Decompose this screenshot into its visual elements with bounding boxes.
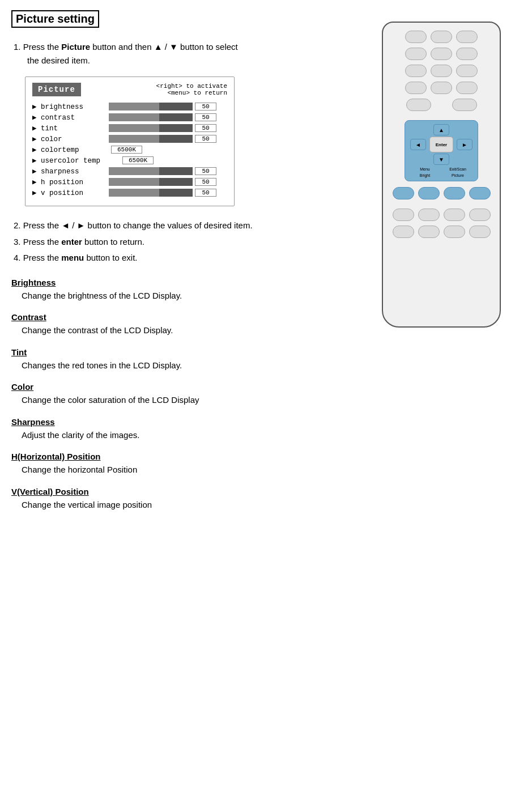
remote-btn-8[interactable]: [431, 65, 452, 77]
remote-btn-11[interactable]: [431, 82, 452, 94]
dpad-label-row: Menu Exit/Scan: [410, 167, 473, 171]
remote-btn-g5[interactable]: [393, 226, 414, 238]
remote-blue-btn-1[interactable]: [393, 187, 414, 199]
remote-btn-14[interactable]: [452, 99, 477, 111]
menu-row-tint: ▶ tint 50: [32, 124, 227, 133]
section-tint: Tint Changes the red tones in the LCD Di…: [11, 347, 351, 372]
left-content: Picture setting 1. Press the Picture but…: [11, 10, 362, 516]
exit-scan-label: Exit/Scan: [442, 167, 473, 171]
remote-row-5: [406, 99, 477, 111]
remote-control: ▲ ◄ Enter ► ▼ Menu Exit/Scan: [382, 22, 501, 328]
desc-sharpness: Adjust the clarity of the images.: [22, 429, 351, 442]
remote-btn-g7[interactable]: [444, 226, 465, 238]
remote-row-3: [405, 65, 478, 77]
menu-row-vposition: ▶ v position 50: [32, 188, 227, 197]
remote-btn-9[interactable]: [456, 65, 478, 77]
dpad-down-button[interactable]: ▼: [433, 154, 449, 165]
bright-picture-label-row: Bright Picture: [410, 173, 473, 177]
remote-btn-1[interactable]: [405, 31, 427, 43]
remote-row-grey-2: [393, 226, 491, 238]
remote-btn-2[interactable]: [431, 31, 452, 43]
heading-hposition: H(Horizontal) Position: [11, 452, 351, 461]
remote-row-blue-1: [393, 187, 491, 199]
remote-btn-7[interactable]: [405, 65, 427, 77]
menu-row-contrast: ▶ contrast 50: [32, 113, 227, 122]
menu-header: Picture <right> to activate <menu> to re…: [32, 83, 227, 96]
step2-text: 2. Press the ◄ / ► button to change the …: [14, 218, 351, 234]
remote-btn-4[interactable]: [405, 48, 427, 60]
dpad-down-row: ▼: [433, 154, 449, 165]
step3-text: 3. Press the enter button to return.: [14, 234, 351, 250]
remote-row-2: [405, 48, 478, 60]
menu-row-brightness: ▶ brightness 50: [32, 102, 227, 111]
heading-tint: Tint: [11, 347, 351, 357]
remote-btn-g3[interactable]: [444, 209, 465, 221]
remote-section: ▲ ◄ Enter ► ▼ Menu Exit/Scan: [362, 10, 521, 516]
picture-label: Picture: [442, 173, 473, 177]
remote-btn-g6[interactable]: [418, 226, 440, 238]
heading-contrast: Contrast: [11, 312, 351, 322]
desc-vposition: Change the vertical image position: [22, 499, 351, 512]
desc-contrast: Change the contrast of the LCD Display.: [22, 324, 351, 337]
steps-2-4: 2. Press the ◄ / ► button to change the …: [14, 218, 351, 266]
dpad-left-button[interactable]: ◄: [410, 139, 426, 150]
dpad-right-button[interactable]: ►: [457, 139, 473, 150]
remote-blue-btn-4[interactable]: [469, 187, 491, 199]
dpad-up-row: ▲: [433, 124, 449, 135]
desc-brightness: Change the brightness of the LCD Display…: [22, 290, 351, 303]
bright-label: Bright: [410, 173, 440, 177]
section-hposition: H(Horizontal) Position Change the horizo…: [11, 452, 351, 477]
remote-btn-g2[interactable]: [418, 209, 440, 221]
step4-text: 4. Press the menu button to exit.: [14, 250, 351, 266]
dpad-middle-row: ◄ Enter ►: [410, 137, 473, 152]
menu-row-usercolortemp: ▶ usercolor temp 6500K: [32, 156, 227, 165]
heading-vposition: V(Vertical) Position: [11, 487, 351, 496]
remote-btn-g4[interactable]: [469, 209, 491, 221]
remote-btn-6[interactable]: [456, 48, 478, 60]
heading-color: Color: [11, 382, 351, 392]
remote-row-4: [405, 82, 478, 94]
desc-tint: Changes the red tones in the LCD Display…: [22, 359, 351, 372]
menu-header-label: Picture: [32, 83, 81, 96]
section-vposition: V(Vertical) Position Change the vertical…: [11, 487, 351, 512]
section-contrast: Contrast Change the contrast of the LCD …: [11, 312, 351, 337]
heading-brightness: Brightness: [11, 278, 351, 287]
section-brightness: Brightness Change the brightness of the …: [11, 278, 351, 303]
remote-row-grey-1: [393, 209, 491, 221]
remote-row-1: [405, 31, 478, 43]
page-title: Picture setting: [11, 10, 99, 28]
remote-btn-g1[interactable]: [393, 209, 414, 221]
remote-blue-btn-2[interactable]: [418, 187, 440, 199]
remote-btn-12[interactable]: [456, 82, 478, 94]
menu-header-right: <right> to activate <menu> to return: [156, 83, 227, 96]
remote-btn-g8[interactable]: [469, 226, 491, 238]
section-sharpness: Sharpness Adjust the clarity of the imag…: [11, 417, 351, 442]
dpad-area: ▲ ◄ Enter ► ▼ Menu Exit/Scan: [405, 120, 478, 181]
section-color: Color Change the color saturation of the…: [11, 382, 351, 407]
menu-screenshot: Picture <right> to activate <menu> to re…: [25, 77, 235, 206]
menu-row-color: ▶ color 50: [32, 134, 227, 143]
step1-text: 1. Press the Picture button and then ▲ /…: [14, 40, 351, 67]
menu-row-hposition: ▶ h position 50: [32, 177, 227, 186]
remote-blue-btn-3[interactable]: [444, 187, 465, 199]
menu-label: Menu: [410, 167, 440, 171]
dpad-enter-button[interactable]: Enter: [429, 137, 453, 152]
desc-color: Change the color saturation of the LCD D…: [22, 394, 351, 407]
remote-btn-13[interactable]: [406, 99, 431, 111]
heading-sharpness: Sharpness: [11, 417, 351, 427]
menu-row-colortemp: ▶ colortemp 6500K: [32, 145, 227, 154]
remote-btn-3[interactable]: [456, 31, 478, 43]
menu-row-sharpness: ▶ sharpness 50: [32, 167, 227, 176]
dpad-up-button[interactable]: ▲: [433, 124, 449, 135]
step1-block: 1. Press the Picture button and then ▲ /…: [11, 40, 351, 67]
desc-hposition: Change the horizontal Position: [22, 464, 351, 477]
remote-btn-10[interactable]: [405, 82, 427, 94]
remote-btn-5[interactable]: [431, 48, 452, 60]
